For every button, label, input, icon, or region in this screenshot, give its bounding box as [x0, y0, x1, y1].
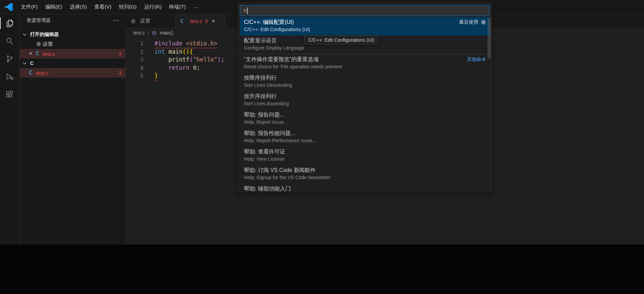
- token: ;: [196, 64, 200, 71]
- close-tab-icon[interactable]: ×: [212, 18, 215, 25]
- token: "hello": [193, 56, 218, 63]
- file-label: test.c: [36, 70, 116, 76]
- line-number: 1: [126, 40, 143, 48]
- breadcrumb-separator-icon: ›: [147, 30, 149, 36]
- group-label-other-commands[interactable]: 其他命令: [467, 56, 486, 63]
- gear-icon: [481, 19, 486, 25]
- chevron-down-icon: [22, 61, 27, 66]
- line-content: printf("hello");: [154, 56, 224, 64]
- command-subtitle: Reset choice for 'File operation needs p…: [244, 64, 486, 71]
- activity-extensions[interactable]: [0, 85, 19, 103]
- text-caret: [247, 8, 248, 14]
- line-number: 2: [126, 48, 143, 56]
- gear-icon: [36, 41, 43, 47]
- command-item-4[interactable]: 按降序排列行Sort Lines Descending: [240, 73, 490, 91]
- token: (: [189, 56, 193, 63]
- vscode-logo-icon: [5, 3, 14, 12]
- menu-item-4[interactable]: 查看(V): [91, 2, 115, 12]
- command-item-9[interactable]: 帮助: 订阅 VS Code 新闻邮件Help: Signup for the …: [240, 165, 490, 184]
- token: [189, 64, 193, 71]
- command-subtitle: Help: Signup for the VS Code Newsletter: [244, 175, 486, 182]
- breadcrumb-symbol[interactable]: main(): [160, 30, 173, 36]
- command-subtitle: Configure Display Language: [244, 45, 486, 52]
- activity-search[interactable]: [0, 32, 19, 50]
- chevron-down-icon: [22, 61, 29, 66]
- activity-explorer[interactable]: [0, 14, 19, 32]
- search-icon: [5, 37, 14, 45]
- token: printf: [168, 56, 189, 63]
- problems-badge: 3: [119, 51, 121, 56]
- symbol-method-icon: [152, 30, 157, 36]
- command-item-10[interactable]: 帮助: 辅助功能入门: [240, 184, 490, 192]
- file-row-设置[interactable]: 设置: [20, 39, 125, 49]
- tab-test.c[interactable]: Ctest.c3×: [176, 14, 225, 28]
- command-item-8[interactable]: 帮助: 查看许可证Help: View License: [240, 147, 490, 165]
- tab-设置[interactable]: 设置: [126, 14, 176, 28]
- line-number: 4: [126, 64, 143, 72]
- command-item-1[interactable]: C/C++: 编辑配置(UI)最近使用C/C++: Edit Configura…: [240, 17, 490, 36]
- command-item-3[interactable]: “文件操作需要预览”的重置选项其他命令Reset choice for 'Fil…: [240, 54, 490, 73]
- menu-item-6[interactable]: 运行(R): [140, 2, 165, 12]
- tooltip-text: C/C++: Edit Configurations (UI): [308, 37, 374, 43]
- menu-item-2[interactable]: 编辑(E): [41, 2, 66, 12]
- vscode-logo-icon: [5, 3, 13, 11]
- line-content: return 0;: [154, 64, 200, 72]
- configure-keybinding-gear-icon[interactable]: [481, 19, 486, 25]
- command-item-5[interactable]: 按升序排列行Sort Lines Ascending: [240, 91, 490, 110]
- chevron-down-icon: [22, 32, 27, 37]
- group-label-text: 最近使用: [459, 19, 478, 25]
- section-folder-c-label: C: [30, 61, 33, 66]
- breadcrumb-file[interactable]: test.c: [133, 30, 145, 36]
- close-editor-icon[interactable]: ×: [29, 51, 36, 57]
- command-title: C/C++: 编辑配置(UI): [244, 19, 459, 26]
- command-title: 帮助: 订阅 VS Code 新闻邮件: [244, 167, 486, 174]
- token: }: [154, 72, 158, 79]
- command-title: 帮助: 查看许可证: [244, 148, 486, 156]
- c-file-icon: C: [180, 18, 187, 24]
- token: [165, 48, 168, 55]
- command-item-line1: 帮助: 辅助功能入门: [244, 185, 486, 192]
- files-icon: [5, 19, 14, 28]
- line-number: 3: [126, 56, 143, 64]
- command-title: 帮助: 报告性能问题...: [244, 130, 486, 137]
- c-file-icon: C: [36, 51, 43, 57]
- token: int: [154, 48, 165, 55]
- file-label: test.c: [43, 51, 116, 57]
- gear-icon: [131, 18, 136, 24]
- command-title: 按升序排列行: [244, 93, 486, 100]
- menu-item-3[interactable]: 选择(S): [66, 2, 91, 12]
- token: return: [168, 64, 189, 71]
- run-debug-icon: [5, 72, 14, 81]
- command-item-line1: C/C++: 编辑配置(UI)最近使用: [244, 18, 486, 26]
- more-actions-button[interactable]: ···: [113, 17, 119, 23]
- activity-run-debug[interactable]: [0, 68, 19, 85]
- menu-item-1[interactable]: 文件(F): [17, 2, 41, 12]
- tab-label: test.c: [190, 18, 202, 24]
- section-open-editors[interactable]: 打开的编辑器: [20, 30, 125, 39]
- file-row-test.c[interactable]: ×Ctest.c3: [20, 49, 125, 58]
- section-folder-c[interactable]: C: [20, 58, 125, 68]
- file-row-test.c[interactable]: Ctest.c3: [20, 68, 125, 78]
- command-item-7[interactable]: 帮助: 报告性能问题...Help: Report Performance Is…: [240, 128, 490, 147]
- group-label-recently-used: 最近使用: [459, 19, 486, 25]
- command-item-6[interactable]: 帮助: 报告问题...Help: Report Issue...: [240, 110, 490, 128]
- menu-item-7[interactable]: 终端(T): [165, 2, 190, 12]
- menu-bar: 文件(F)编辑(E)选择(S)查看(V)转到(G)运行(R)终端(T)···: [17, 2, 202, 12]
- c-file-icon: C: [29, 70, 32, 76]
- explorer-tree: 打开的编辑器设置×Ctest.c3CCtest.c3: [20, 30, 125, 78]
- activity-source-control[interactable]: [0, 50, 19, 68]
- command-title: 按降序排列行: [244, 75, 486, 82]
- command-input[interactable]: >: [240, 5, 490, 16]
- extensions-icon: [5, 90, 14, 99]
- menu-item-5[interactable]: 转到(G): [115, 2, 140, 12]
- tab-problems-badge: 3: [205, 18, 208, 24]
- token: <stdio.h>: [186, 40, 217, 47]
- line-content: #include <stdio.h>: [154, 40, 217, 48]
- gear-icon: [36, 41, 41, 47]
- palette-scrollbar[interactable]: [488, 18, 491, 58]
- source-control-icon: [5, 54, 14, 63]
- menu-item-8[interactable]: ···: [190, 2, 202, 12]
- command-palette: > C/C++: 编辑配置(UI)最近使用C/C++: Edit Configu…: [237, 3, 492, 192]
- command-item-line1: 帮助: 订阅 VS Code 新闻邮件: [244, 166, 486, 174]
- command-title: “文件操作需要预览”的重置选项: [244, 56, 467, 63]
